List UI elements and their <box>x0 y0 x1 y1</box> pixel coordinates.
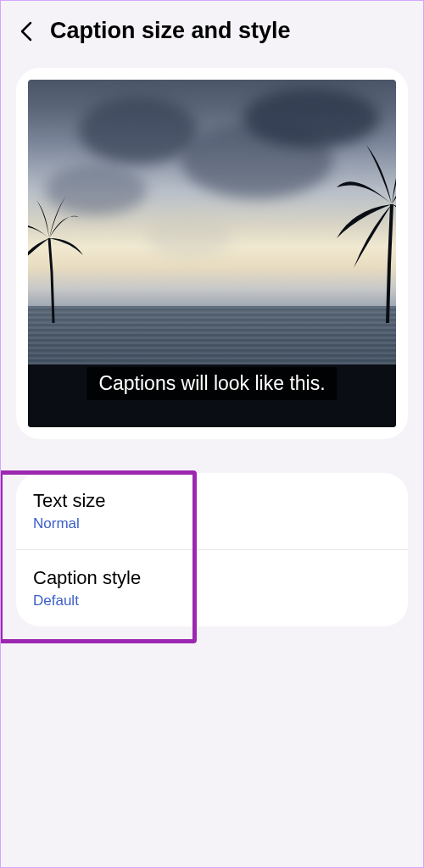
setting-caption-style[interactable]: Caption style Default <box>16 550 408 626</box>
caption-preview-text: Captions will look like this. <box>86 367 337 400</box>
header: Caption size and style <box>1 1 423 61</box>
setting-label: Caption style <box>33 567 391 589</box>
setting-value: Default <box>33 593 391 609</box>
caption-preview-card: Captions will look like this. <box>16 68 408 439</box>
settings-list: Text size Normal Caption style Default <box>16 473 408 626</box>
setting-value: Normal <box>33 515 391 532</box>
preview-image: Captions will look like this. <box>28 80 396 427</box>
setting-label: Text size <box>33 490 391 512</box>
setting-text-size[interactable]: Text size Normal <box>16 473 408 550</box>
back-icon[interactable] <box>16 21 36 42</box>
page-title: Caption size and style <box>50 18 291 44</box>
